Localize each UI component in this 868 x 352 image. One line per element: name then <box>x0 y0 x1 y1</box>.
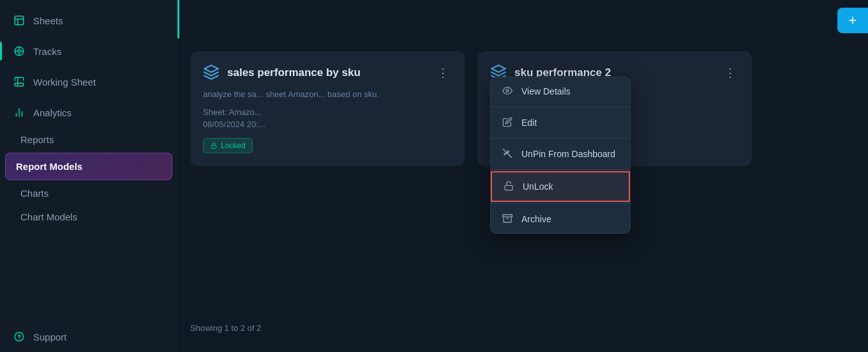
card-1-description: analyze the sa... sheet Amazon... based … <box>203 88 452 101</box>
edit-icon <box>502 117 514 128</box>
card-1-title: sales performance by sku <box>227 66 428 79</box>
context-menu-unpin-label: UnPin From Dashboard <box>521 149 615 159</box>
pin-icon <box>502 148 514 160</box>
context-menu-unlock[interactable]: UnLock <box>491 171 630 202</box>
sidebar-item-analytics[interactable]: Analytics <box>0 97 177 128</box>
svg-rect-7 <box>505 185 513 190</box>
archive-icon <box>502 213 514 225</box>
sidebar-item-tracks-label: Tracks <box>33 46 61 57</box>
card-1-menu-button[interactable]: ⋮ <box>434 64 452 82</box>
working-sheet-icon <box>13 75 26 88</box>
sidebar-item-tracks[interactable]: Tracks <box>0 36 177 66</box>
sidebar-item-sheets[interactable]: Sheets <box>0 5 177 36</box>
sidebar-item-sheets-label: Sheets <box>33 15 63 26</box>
sheets-icon <box>13 14 26 27</box>
card-1-locked-label: Locked <box>221 141 246 150</box>
svg-rect-8 <box>503 215 513 217</box>
tracks-icon <box>13 45 26 57</box>
context-menu: View Details Edit UnPin From Dashboard U… <box>490 77 631 234</box>
sidebar-item-working-sheet[interactable]: Working Sheet <box>0 66 177 97</box>
context-menu-archive[interactable]: Archive <box>491 205 630 233</box>
main-content: + sales performance by sku ⋮ analyze the… <box>177 0 868 352</box>
sidebar-item-working-sheet-label: Working Sheet <box>33 77 96 88</box>
context-menu-view-details-label: View Details <box>521 86 571 96</box>
sidebar-item-report-models[interactable]: Report Models <box>5 153 172 180</box>
sidebar-item-chart-models-label: Chart Models <box>20 211 77 222</box>
sidebar-item-charts-label: Charts <box>20 188 49 199</box>
card-1-icon <box>203 64 221 82</box>
card-1-header: sales performance by sku ⋮ <box>203 64 452 82</box>
sidebar-item-charts[interactable]: Charts <box>0 181 177 205</box>
analytics-icon <box>13 106 26 119</box>
top-indicator <box>177 0 179 38</box>
sidebar-item-analytics-label: Analytics <box>33 107 71 118</box>
card-1-locked-badge: Locked <box>203 138 253 153</box>
card-1: sales performance by sku ⋮ analyze the s… <box>190 51 465 166</box>
pagination: Showing 1 to 2 of 2 <box>190 323 261 333</box>
divider-4 <box>491 203 630 204</box>
sidebar-item-support[interactable]: Support <box>0 321 177 352</box>
sidebar-item-chart-models[interactable]: Chart Models <box>0 205 177 229</box>
svg-point-5 <box>506 89 509 92</box>
eye-icon <box>502 86 514 97</box>
context-menu-archive-label: Archive <box>521 214 551 224</box>
svg-rect-4 <box>212 145 216 148</box>
sidebar: Sheets Tracks Working Sheet Analytics Re… <box>0 0 177 352</box>
add-button[interactable]: + <box>837 8 868 33</box>
context-menu-unlock-label: UnLock <box>523 181 553 192</box>
card-2-menu-button[interactable]: ⋮ <box>721 64 739 82</box>
divider-3 <box>491 169 630 170</box>
support-icon <box>13 330 26 343</box>
card-1-date: 08/05/2024 20:... <box>203 119 452 129</box>
svg-point-2 <box>18 50 21 53</box>
context-menu-unpin[interactable]: UnPin From Dashboard <box>491 140 630 168</box>
divider-1 <box>491 107 630 107</box>
divider-2 <box>491 138 630 139</box>
sidebar-item-support-label: Support <box>33 332 67 342</box>
sidebar-item-reports[interactable]: Reports <box>0 128 177 151</box>
unlock-icon <box>504 181 515 192</box>
sidebar-item-report-models-label: Report Models <box>16 161 82 172</box>
context-menu-edit[interactable]: Edit <box>491 109 630 137</box>
context-menu-edit-label: Edit <box>521 118 537 128</box>
sidebar-item-reports-label: Reports <box>20 134 54 145</box>
context-menu-view-details[interactable]: View Details <box>491 77 630 105</box>
pagination-text: Showing 1 to 2 of 2 <box>190 323 261 333</box>
card-1-sheet: Sheet: Amazo... <box>203 107 452 117</box>
svg-rect-0 <box>15 16 24 25</box>
